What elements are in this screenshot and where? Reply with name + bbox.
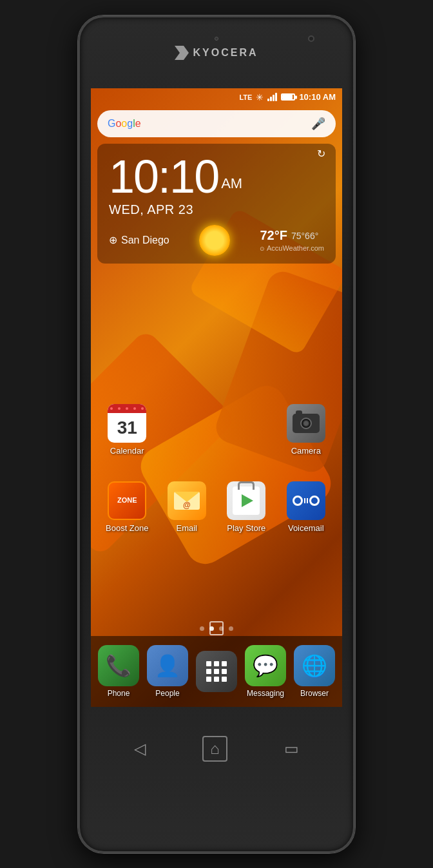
calendar-icon-img: 31 xyxy=(108,404,146,443)
signal-strength xyxy=(267,93,277,101)
playstore-icon-img xyxy=(227,481,265,520)
app-playstore-label: Play Store xyxy=(227,523,265,533)
dock-browser-label: Browser xyxy=(300,689,329,698)
clock-date: WED, APR 23 xyxy=(109,202,324,217)
dock-app-allapps[interactable] xyxy=(196,651,237,692)
app-boostzone-label: Boost Zone xyxy=(106,523,149,533)
front-camera xyxy=(308,35,314,42)
people-icon-img: 👤 xyxy=(147,645,188,686)
status-bar: LTE ✳ 10:10 AM xyxy=(91,88,342,106)
clock-ampm: AM xyxy=(221,175,242,191)
nav-dot-4[interactable] xyxy=(229,626,233,631)
clock-time: 10:10 xyxy=(109,151,218,202)
browser-icon-img: 🌐 xyxy=(294,645,335,686)
voice-search-icon[interactable]: 🎤 xyxy=(311,117,325,131)
dock-app-messaging[interactable]: 💬 Messaging xyxy=(245,645,286,698)
recent-apps-button[interactable]: ▭ xyxy=(284,740,299,758)
weather-high-low: 75°66° xyxy=(291,231,318,241)
brightness-icon: ✳ xyxy=(256,92,264,102)
voicemail-icon-img xyxy=(287,481,325,520)
apps-grid-icon-img xyxy=(196,651,237,692)
messaging-icon-img: 💬 xyxy=(245,645,286,686)
battery-indicator xyxy=(281,93,295,101)
weather-refresh-icon[interactable]: ↻ xyxy=(317,148,325,160)
search-bar[interactable]: Google 🎤 xyxy=(97,110,336,137)
app-voicemail-label: Voicemail xyxy=(288,523,324,533)
app-camera-label: Camera xyxy=(291,446,321,456)
camera-icon-img xyxy=(287,404,325,443)
top-bezel: KYOCERA xyxy=(80,17,353,88)
app-voicemail[interactable]: Voicemail xyxy=(280,481,332,533)
home-button-indicator[interactable] xyxy=(209,621,224,635)
app-camera[interactable]: Camera xyxy=(280,404,332,456)
weather-temperature: 72°F xyxy=(260,228,287,243)
weather-provider: ⊙ AccuWeather.com xyxy=(260,244,324,252)
speaker xyxy=(215,37,218,41)
app-email-label: Email xyxy=(176,523,197,533)
weather-location: ⊕ San Diego xyxy=(109,234,169,246)
home-hw-button[interactable]: ⌂ xyxy=(202,736,227,762)
dock-app-people[interactable]: 👤 People xyxy=(147,645,188,698)
status-time: 10:10 AM xyxy=(299,92,336,102)
app-boostzone[interactable]: ZONE Boost Zone xyxy=(101,481,153,533)
app-calendar[interactable]: 31 Calendar xyxy=(101,404,153,456)
app-dock: 📞 Phone 👤 People xyxy=(91,636,342,707)
phone-icon-img: 📞 xyxy=(98,645,139,686)
boostzone-icon-img: ZONE xyxy=(108,481,146,520)
phone-device: KYOCERA LTE ✳ xyxy=(78,15,355,853)
nav-dot-1[interactable] xyxy=(200,626,204,631)
location-icon: ⊕ xyxy=(109,234,117,246)
app-playstore[interactable]: Play Store xyxy=(220,481,272,533)
app-email[interactable]: @ Email xyxy=(161,481,213,533)
email-icon-img: @ xyxy=(168,481,206,520)
svg-marker-0 xyxy=(175,46,189,60)
dock-app-browser[interactable]: 🌐 Browser xyxy=(294,645,335,698)
dock-messaging-label: Messaging xyxy=(247,689,284,698)
app-calendar-label: Calendar xyxy=(110,446,144,456)
dock-app-phone[interactable]: 📞 Phone xyxy=(98,645,139,698)
bottom-bezel: ◁ ⌂ ▭ xyxy=(80,707,353,791)
screen: LTE ✳ 10:10 AM Google 🎤 xyxy=(91,88,342,707)
network-indicator: LTE xyxy=(239,93,252,101)
clock-widget: 10:10AM WED, APR 23 ⊕ San Diego 72°F 75°… xyxy=(97,144,336,264)
brand-logo: KYOCERA xyxy=(175,46,258,60)
dock-people-label: People xyxy=(155,689,179,698)
dock-phone-label: Phone xyxy=(108,689,130,698)
back-button[interactable]: ◁ xyxy=(134,740,146,758)
google-logo: Google xyxy=(108,118,141,130)
weather-sun-icon xyxy=(199,225,230,256)
